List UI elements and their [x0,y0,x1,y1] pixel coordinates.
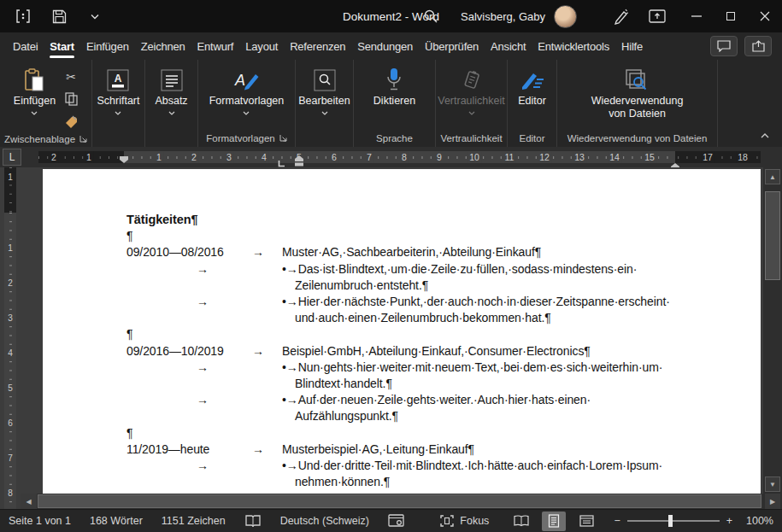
ribbon-tab-bar: Datei Start Einfügen Zeichnen Entwurf La… [0,32,782,60]
group-label-vertraulichkeit: Vertraulichkeit [440,133,502,143]
scroll-left-arrow[interactable]: ◀ [21,494,37,509]
proofing-icon[interactable] [244,514,262,528]
doc-bullet-text: •→Und·der·dritte·Teil·mit·Blindtext.·Ich… [282,458,662,474]
zoom-out-button[interactable]: − [614,515,620,527]
doc-line: Zeilenumbruch·entsteht.¶ [126,278,742,295]
zoom-slider[interactable] [627,520,720,522]
scroll-up-arrow[interactable]: ▲ [765,169,780,184]
chevron-down-icon [168,108,175,118]
doc-line: → •→Nun·gehts·hier·weiter·mit·neuem·Text… [126,360,742,377]
statusbar-right: Fokus − + 100% [439,512,773,531]
paste-button[interactable]: Einfügen [10,66,59,118]
tab-referenzen[interactable]: Referenzen [284,32,351,60]
diktieren-button[interactable]: Diktieren [370,66,419,118]
tab-hilfe[interactable]: Hilfe [615,32,649,60]
group-label-editor: Editor [519,133,544,143]
copy-icon[interactable] [61,90,81,108]
doc-line: Blindtext·handelt.¶ [126,376,742,393]
svg-text:A: A [115,73,122,85]
tab-entwurf[interactable]: Entwurf [191,32,240,60]
tab-zeichnen[interactable]: Zeichnen [135,32,191,60]
scroll-down-arrow[interactable]: ▼ [765,476,780,492]
chevron-down-icon [243,108,250,118]
format-painter-icon[interactable] [61,112,81,131]
tab-mark: → [197,458,209,474]
close-button[interactable] [748,0,782,32]
editor-button[interactable]: Editor [514,66,550,118]
ruler-number: 1 [155,151,163,163]
horizontal-scrollbar[interactable]: ◀ [21,494,763,509]
tab-stop-selector[interactable]: L [3,149,21,166]
scroll-right-arrow[interactable]: ▶ [765,494,780,509]
zoom-in-button[interactable]: + [726,515,732,527]
vertical-scrollbar[interactable]: ▲ ▼ ▶ [763,167,782,509]
document-page[interactable]: Tätigkeiten¶ ¶ 09/2010—08/2016 → Muster·… [43,169,761,494]
first-line-indent-marker[interactable] [120,151,128,167]
doc-line: nehmen·können.¶ [126,474,742,491]
collapse-ribbon-icon[interactable] [760,127,770,143]
dialog-launcher-icon[interactable] [279,133,287,143]
account-name[interactable]: Salvisberg, Gaby [461,10,545,23]
tab-mark: → [197,261,209,278]
ribbon-display-options-icon[interactable] [649,9,666,23]
doc-line: → •→Das·ist·Blindtext,·um·die·Zeile·zu·f… [126,261,742,278]
cut-icon[interactable]: ✂ [61,67,81,86]
doc-line: 09/2010—08/2016 → Muster·AG,·Sachbearbei… [126,244,742,261]
maximize-button[interactable] [714,0,748,32]
status-bar: Seite 1 von 1 168 Wörter 1151 Zeichen De… [0,509,782,532]
dialog-launcher-icon[interactable] [79,134,87,144]
word-count[interactable]: 168 Wörter [90,515,143,527]
search-icon[interactable] [423,9,438,24]
tab-layout[interactable]: Layout [239,32,284,60]
print-layout-icon[interactable] [542,512,566,531]
zoom-slider-thumb[interactable] [668,515,673,527]
web-layout-icon[interactable] [574,512,598,531]
ruler-number: 7 [4,453,16,463]
ink-pen-icon[interactable] [611,8,630,25]
avatar[interactable] [554,5,577,28]
ribbon-group-zwischenablage: Einfügen ✂ Zwischenablage [0,60,92,147]
vertical-scrollbar-thumb[interactable] [765,191,780,280]
title-bar: Dokument2 - Word Salvisberg, Gaby [0,0,782,32]
ruler-number: 1 [4,243,16,253]
focus-mode-button[interactable]: Fokus [439,514,489,528]
language-indicator[interactable]: Deutsch (Schweiz) [280,515,369,527]
formatvorlagen-button[interactable]: A Formatvorlagen [206,66,288,118]
vertraulichkeit-button[interactable]: Vertraulichkeit [434,66,509,118]
chevron-down-icon [321,108,328,118]
minimize-button[interactable] [679,0,714,32]
zoom-level[interactable]: 100% [739,515,773,527]
tab-datei[interactable]: Datei [7,32,44,60]
read-mode-icon[interactable] [509,512,533,531]
doc-line: → •→Auf·der·neuen·Zeile·gehts·weiter.·Au… [126,392,742,409]
save-icon[interactable] [50,7,68,26]
reuse-files-icon [624,66,650,95]
wiederverwendung-button[interactable]: Wiederverwendung von Dateien [588,66,687,120]
tab-sendungen[interactable]: Sendungen [351,32,419,60]
touch-mode-icon[interactable] [14,7,32,26]
ruler-number: 12 [538,151,551,163]
char-count[interactable]: 1151 Zeichen [162,515,226,527]
tab-start[interactable]: Start [44,32,80,60]
tab-ansicht[interactable]: Ansicht [485,32,532,60]
tab-einfuegen[interactable]: Einfügen [80,32,135,60]
ruler-number: 5 [4,383,16,393]
pilcrow-mark: ¶ [126,425,132,441]
absatz-button[interactable]: Absatz [151,66,191,118]
qat-customize-chevron-icon[interactable] [85,7,104,26]
share-icon[interactable] [744,36,772,56]
tab-entwicklertools[interactable]: Entwicklertools [532,32,615,60]
schriftart-button[interactable]: A Schriftart [93,66,143,118]
date-range: 11/2019—heute [126,441,209,458]
horizontal-scrollbar-thumb[interactable] [38,494,761,508]
font-icon: A [107,66,129,95]
tab-ueberpruefen[interactable]: Überprüfen [419,32,485,60]
macro-record-icon[interactable] [388,514,404,528]
comments-icon[interactable] [710,36,738,56]
bearbeiten-button[interactable]: Bearbeiten [295,66,353,118]
tab-mark: → [197,392,209,408]
microphone-icon [384,66,404,95]
ruler-number: 4 [4,348,16,358]
clipboard-paste-icon [23,66,46,95]
page-count[interactable]: Seite 1 von 1 [9,515,71,527]
